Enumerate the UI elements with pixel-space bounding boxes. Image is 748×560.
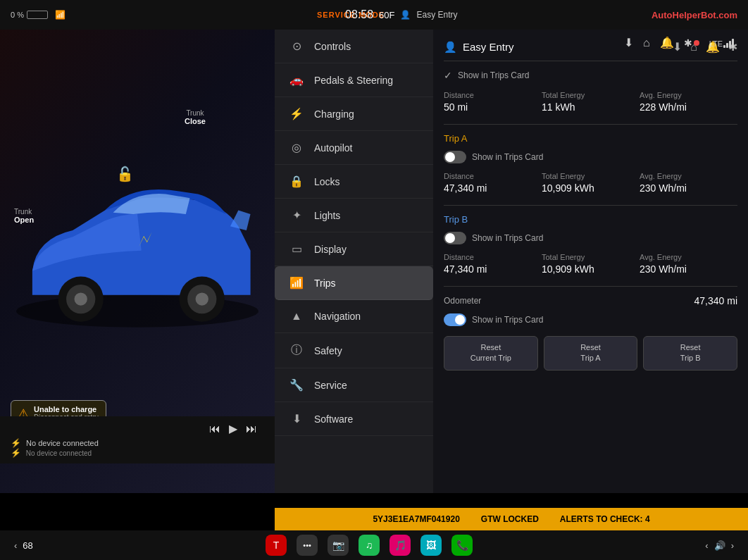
locks-label: Locks [314,176,340,187]
service-icon: 🔧 [289,378,304,392]
taskbar-chevron-right[interactable]: › [731,540,734,551]
trip-b-title: Trip B [444,214,737,225]
taskbar-chevron-left2[interactable]: ‹ [705,540,708,551]
bottom-status-bar: 5YJ3E1EA7MF041920 GTW LOCKED ALERTS TO C… [275,508,748,530]
sidebar-menu: ⊙ Controls 🚗 Pedals & Steering ⚡ Chargin… [275,30,433,493]
sidebar-item-safety[interactable]: ⓘ Safety [275,333,433,368]
person-icon-status: 👤 [400,10,411,20]
trip-a-show-label: Show in Trips Card [472,152,543,162]
reset-trip-b-button[interactable]: Reset Trip B [643,336,737,371]
play-button[interactable]: ▶ [229,422,237,435]
trip-a-distance: Distance 47,340 mi [444,172,542,194]
sidebar-item-software[interactable]: ⬇ Software [275,402,433,436]
trip-b-distance: Distance 47,340 mi [444,253,542,275]
trip-b-toggle-knob [445,233,455,243]
reset-buttons: Reset Current Trip Reset Trip A Reset Tr… [444,336,737,371]
signal-bar4 [732,39,734,48]
autohelperbot-brand: AutoHelperBot.com [652,10,737,20]
lights-label: Lights [314,210,340,221]
safety-label: Safety [314,345,342,356]
trip-a-toggle[interactable] [444,151,466,163]
status-bar: 0 % 📶 SERVICE MODE 08:58 60F 👤 Easy Entr… [0,0,748,30]
top-icons-row: ⬇ ⌂ 🔔 ✱ LTE [617,32,741,54]
trip-a-toggle-row: Show in Trips Card [444,151,737,163]
gallery-icon[interactable]: 🖼 [420,535,442,556]
next-track-button[interactable]: ⏭ [246,423,257,435]
trip-b-toggle-row: Show in Trips Card [444,232,737,244]
sidebar-item-navigation[interactable]: ▲ Navigation [275,300,433,333]
odometer-value: 47,340 mi [694,295,737,306]
odometer-toggle[interactable] [444,313,466,326]
alerts-count: ALERTS TO CHECK: 4 [560,514,650,524]
camera-icon[interactable]: 📷 [328,535,349,556]
software-icon: ⬇ [289,412,304,425]
taskbar: ‹ 68 T ••• 📷 ♫ 🎵 🖼 📞 ‹ 🔊 › [0,530,748,560]
trip-a-toggle-knob [445,152,455,162]
sidebar-item-charging[interactable]: ⚡ Charging [275,97,433,131]
sidebar-item-display[interactable]: ▭ Display [275,232,433,266]
center-status: 08:58 60F 👤 Easy Entry [345,8,457,21]
trip-b-section: Trip B Show in Trips Card Distance 47,34… [444,214,737,275]
reset-current-trip-button[interactable]: Reset Current Trip [444,336,538,371]
bell-icon[interactable]: 🔔 [660,36,674,49]
trip-a-total-energy: Total Energy 10,909 kWh [542,172,640,194]
network-icon: 📶 [55,10,66,20]
download-icon[interactable]: ⬇ [624,36,633,49]
spotify-icon[interactable]: ♫ [359,535,380,556]
title-person-icon: 👤 [444,41,457,54]
controls-icon: ⊙ [289,39,304,53]
lights-icon: ✦ [289,209,304,222]
safety-icon: ⓘ [289,343,304,358]
sidebar-item-autopilot[interactable]: ◎ Autopilot [275,131,433,165]
tesla-icon[interactable]: T [266,535,287,556]
signal-bar3 [729,41,731,48]
odometer-show-label: Show in Trips Card [472,315,543,325]
sidebar-item-lights[interactable]: ✦ Lights [275,199,433,232]
sidebar-item-pedals[interactable]: 🚗 Pedals & Steering [275,63,433,97]
sidebar-item-service[interactable]: 🔧 Service [275,368,433,402]
navigation-icon: ▲ [289,310,304,323]
controls-label: Controls [314,41,351,52]
sidebar-item-locks[interactable]: 🔒 Locks [275,165,433,199]
more-icon[interactable]: ••• [297,535,318,556]
taskbar-left: ‹ 68 [14,540,33,551]
page-number: 68 [23,540,32,551]
trunk-open-label: Trunk Open [14,208,34,224]
lte-signal: LTE [709,38,734,48]
home-icon[interactable]: ⌂ [643,37,650,49]
odometer-row: Odometer 47,340 mi [444,295,737,306]
no-device-label: ⚡ No device connected [11,438,264,448]
odometer-toggle-knob [455,315,465,325]
divider3 [444,286,737,287]
divider2 [444,205,737,206]
prev-track-button[interactable]: ⏮ [209,423,220,435]
trip-a-stats-row: Distance 47,340 mi Total Energy 10,909 k… [444,172,737,194]
bluetooth-top-icon[interactable]: ✱ [684,37,692,49]
sidebar-item-trips[interactable]: 📶 Trips [275,266,433,300]
current-stats-row: Distance 50 mi Total Energy 11 kWh Avg. … [444,91,737,113]
software-label: Software [314,413,353,425]
volume-icon[interactable]: 🔊 [714,540,725,551]
sidebar-item-controls[interactable]: ⊙ Controls [275,30,433,63]
bluetooth-dot [694,40,699,46]
divider1 [444,124,737,125]
service-label: Service [314,380,347,391]
current-total-energy: Total Energy 11 kWh [542,91,640,113]
svg-point-6 [196,292,208,305]
media-bar: ⏮ ▶ ⏭ ⚡ No device connected ⚡ No device … [0,416,275,463]
reset-trip-a-button[interactable]: Reset Trip A [544,336,638,371]
phone-icon[interactable]: 📞 [451,535,473,556]
trip-b-toggle[interactable] [444,232,466,244]
no-device-bt-label: ⚡ No device connected [11,448,264,458]
trip-b-avg-energy: Avg. Energy 230 Wh/mi [640,253,737,275]
current-trips-check: ✓ Show in Trips Card [444,70,737,81]
music-icon[interactable]: 🎵 [389,535,411,556]
trip-b-show-label: Show in Trips Card [472,233,543,243]
checkmark-icon: ✓ [444,70,452,81]
trip-a-title: Trip A [444,133,737,144]
current-distance: Distance 50 mi [444,91,542,113]
signal-bar1 [723,45,725,48]
charging-label: Charging [314,108,354,120]
taskbar-chevron-left[interactable]: ‹ [14,540,17,551]
battery-pct: 0 % [11,11,24,19]
